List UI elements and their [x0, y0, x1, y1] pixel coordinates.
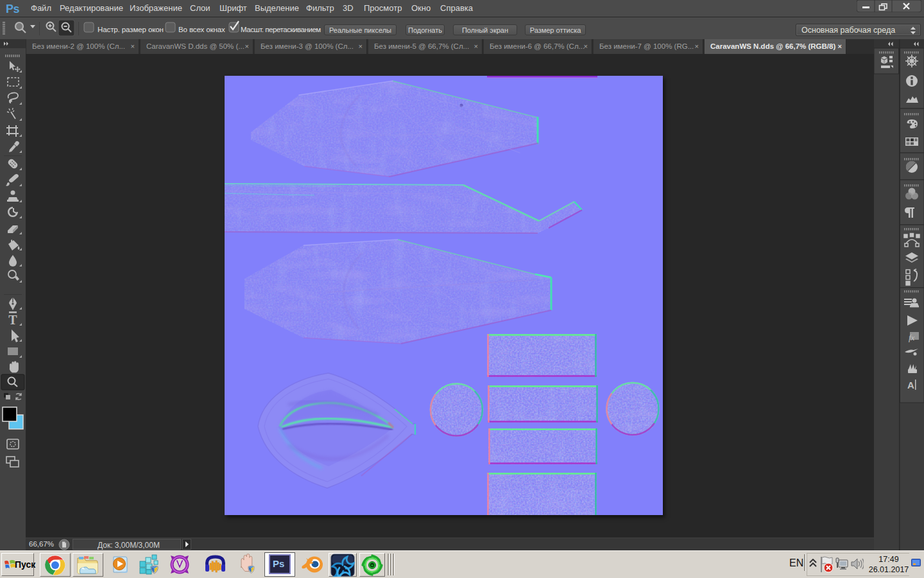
- svg-text:fx: fx: [909, 333, 915, 342]
- svg-text:T: T: [8, 313, 17, 327]
- svg-text:A: A: [907, 380, 914, 390]
